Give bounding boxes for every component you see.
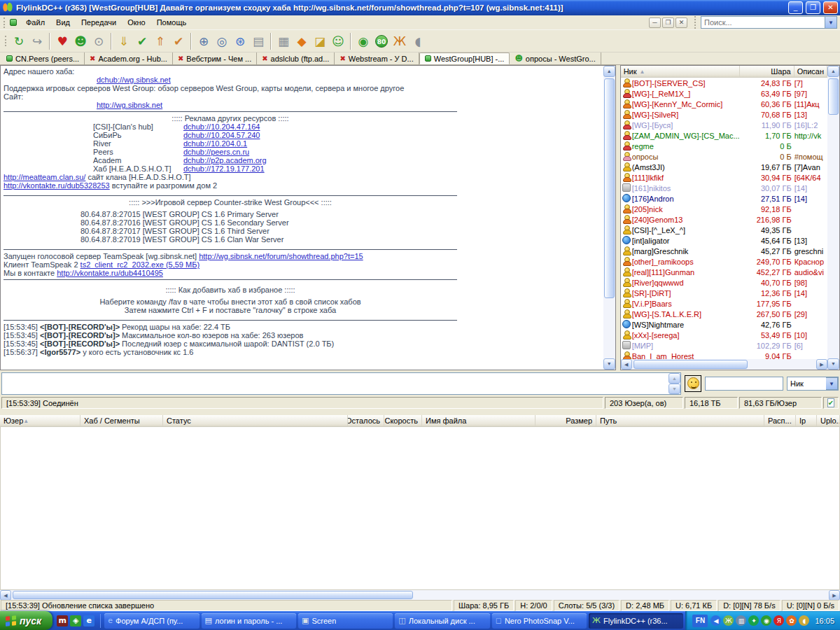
hub-tab[interactable]: ☻опросы - WestGro... [510, 52, 601, 64]
userlist-column-nick[interactable]: Ник ▲ [621, 66, 740, 77]
user-row[interactable]: [marg]Greschnik45,27 ГБgreschni [621, 246, 827, 256]
userlist-hscroll-thumb[interactable] [634, 360, 748, 369]
userlist-column-share[interactable]: Шара [740, 66, 794, 77]
scroll-down-icon[interactable]: ▼ [827, 358, 839, 370]
hub-link[interactable]: dchub://172.19.177.201 [183, 164, 265, 173]
hub-link[interactable]: dchub://10.204.0.1 [183, 139, 247, 148]
user-row[interactable]: (Amst3JI)19,67 ГБ[7]Avan [621, 162, 827, 172]
tray-flylink-icon[interactable]: Ж [723, 615, 734, 626]
close-button[interactable]: ✕ [823, 1, 838, 14]
scroll-up-icon[interactable]: ▲ [827, 66, 839, 77]
mdi-restore-button[interactable]: ❐ [662, 18, 674, 28]
favorite-hubs-button[interactable]: ♥ [53, 32, 71, 50]
user-row[interactable]: [CSI]-[^_LeX_^]49,35 ГБ [621, 225, 827, 235]
input-scrollbar[interactable]: ▲ ▼ [668, 373, 680, 394]
adl-search-button[interactable]: ⊛ [231, 32, 249, 50]
filter-mode-combo[interactable]: Ник ▼ [787, 377, 839, 391]
chat-link[interactable]: dchub://wg.sibnsk.net [97, 76, 171, 84]
user-row[interactable]: [МИР]102,29 ГБ[6] [621, 340, 827, 351]
scroll-down-icon[interactable]: ▼ [603, 358, 615, 370]
menu-окно[interactable]: Окно [122, 16, 151, 29]
user-row[interactable]: [real][111]Gunman452,27 ГБaudio&vi [621, 267, 827, 277]
tray-graphics-icon[interactable]: ✿ [786, 615, 797, 626]
user-row[interactable]: [WG]-[KennY_Mc_Cormic]60,36 ГБ[11]Акц [621, 99, 827, 109]
chat-link[interactable]: http://meatteam.clan.su/ [4, 173, 85, 181]
menu-файл[interactable]: Файл [20, 16, 50, 29]
tray-antivirus-icon[interactable]: ✦ [748, 615, 759, 626]
search-input[interactable] [701, 16, 825, 29]
limit-button[interactable]: 80 [372, 32, 391, 50]
scroll-right-icon[interactable]: ▶ [816, 359, 827, 370]
user-row[interactable]: [V.i.P]Baars177,95 ГБ [621, 298, 827, 309]
user-row[interactable]: [int]aligator45,64 ГБ[13] [621, 235, 827, 246]
public-hubs-button[interactable]: ⊙ [90, 32, 108, 50]
taskbar-task[interactable]: ◻Nero PhotoSnap V... [492, 613, 587, 629]
refresh-share-button[interactable]: ◪ [311, 32, 329, 50]
mdi-minimize-button[interactable]: ─ [649, 18, 661, 28]
hub-tab[interactable]: ✖Webstream - У D... [335, 52, 419, 64]
userlist-filter-input[interactable] [705, 377, 783, 391]
user-row[interactable]: [WG]-[Буся]11,90 ГБ[16]L:2 [621, 120, 827, 130]
menu-помощь[interactable]: Помощь [151, 16, 192, 29]
quick-launch-apps-icon[interactable]: ◈ [70, 615, 81, 626]
hub-tab[interactable]: ✖adslclub (ftp.ad... [257, 52, 335, 64]
away-mode-button[interactable]: ☺ [329, 32, 347, 50]
transfers-column-путь[interactable]: Путь [596, 415, 764, 426]
hub-link[interactable]: dchub://10.204.57.240 [183, 131, 260, 139]
transfers-column-размер[interactable]: Размер [536, 415, 596, 426]
user-row[interactable]: [WG]-[SilveR]70,68 ГБ[13] [621, 109, 827, 120]
chat-link[interactable]: http://wg.sibnsk.net [97, 101, 162, 109]
restore-button[interactable]: ❐ [806, 1, 820, 14]
download-queue-button[interactable]: ⇓ [115, 32, 133, 50]
scroll-left-icon[interactable]: ◀ [621, 359, 632, 370]
user-row[interactable]: [WG]-[S.TA.L.K.E.R]267,50 ГБ[29] [621, 309, 827, 319]
user-row[interactable]: [other]_ramikoops249,70 ГБКраснор [621, 256, 827, 267]
userlist-scroll-thumb[interactable] [828, 78, 839, 115]
taskbar-task[interactable]: ЖFlylinkDC++ (r36... [589, 613, 683, 629]
quick-launch-ie-icon[interactable]: e [83, 615, 94, 626]
search-dropdown-arrow-icon[interactable]: ▼ [825, 16, 837, 29]
tray-network-icon[interactable]: ▥ [736, 615, 746, 626]
shutdown-button[interactable]: ◉ [354, 32, 372, 50]
flylink-button[interactable]: Ж [391, 32, 409, 50]
chat-vertical-scrollbar[interactable]: ▲ ▼ [603, 66, 615, 370]
filter-dropdown-arrow-icon[interactable]: ▼ [826, 377, 838, 390]
userlist-horizontal-scrollbar[interactable]: ◀ ▶ [621, 359, 827, 370]
start-button[interactable]: пуск [0, 611, 52, 630]
user-row[interactable]: Ban_I_am_Horest9,04 ГБ [621, 351, 827, 359]
user-row[interactable]: [WG]-[_ReM1X_]63,49 ГБ[97] [621, 88, 827, 99]
chat-scroll-thumb[interactable] [604, 78, 615, 298]
taskbar-task[interactable]: ▣Screen [298, 613, 393, 629]
sound-button[interactable]: ◖ [409, 32, 427, 50]
quick-launch-commander-icon[interactable]: m [57, 615, 68, 626]
user-row[interactable]: [ZAM_ADMIN_WG]-[CS_Mac...1,70 ГБhttp://v… [621, 130, 827, 141]
scroll-up-icon[interactable]: ▲ [603, 66, 615, 77]
hub-tab[interactable]: WestGroup[HUB] -... [419, 52, 510, 64]
search-spy-button[interactable]: ◎ [213, 32, 231, 50]
transfers-column-uplo[interactable]: Uplo... [817, 415, 840, 426]
transfers-hscroll-thumb[interactable] [13, 591, 413, 599]
transfers-column-расп[interactable]: Расп... [764, 415, 796, 426]
transfers-column-статус[interactable]: Статус [163, 415, 348, 426]
search-button[interactable]: ⊕ [195, 32, 213, 50]
scroll-left-icon[interactable]: ◀ [0, 590, 11, 601]
taskbar-task[interactable]: eФорум А/ДСП (пу... [104, 613, 199, 629]
taskbar-task[interactable]: ◫Локальный диск ... [395, 613, 489, 629]
chat-link[interactable]: http://wg.sibnsk.net/forum/showthread.ph… [199, 252, 363, 260]
user-row[interactable]: [240]Genom13216,98 ГБ [621, 214, 827, 225]
user-row[interactable]: regme0 Б [621, 141, 827, 151]
follow-redirect-button[interactable]: ↪ [28, 32, 46, 50]
scroll-up-icon[interactable]: ▲ [668, 373, 680, 384]
hub-tab[interactable]: ✖Academ.org - Hub... [85, 52, 173, 64]
tray-volume-icon[interactable]: ◖ [799, 615, 809, 626]
transfers-column-ip[interactable]: Ip [796, 415, 817, 426]
hub-link[interactable]: dchub://p2p.academ.org [183, 156, 267, 164]
menu-передачи[interactable]: Передачи [76, 16, 122, 29]
user-row[interactable]: опросы0 Б#помощ [621, 151, 827, 162]
user-row[interactable]: [WS]Nightmare42,76 ГБ [621, 319, 827, 330]
finished-uploads-button[interactable]: ✔ [169, 32, 188, 50]
userlist-vertical-scrollbar[interactable]: ▲ ▼ [827, 66, 839, 370]
notepad-button[interactable]: ▤ [249, 32, 267, 50]
mdi-close-button[interactable]: ✕ [676, 18, 687, 28]
transfers-column-скорость[interactable]: Скорость [384, 415, 422, 426]
